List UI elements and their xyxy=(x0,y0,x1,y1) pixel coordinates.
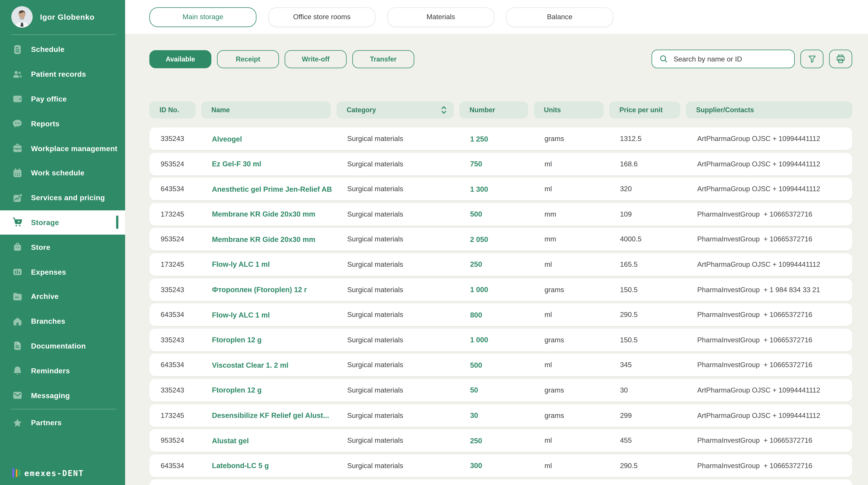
row-number: 500 xyxy=(459,210,534,218)
table-row[interactable]: 173245 Membrane KR Gide 20x30 mm Surgica… xyxy=(149,203,852,225)
row-category: Surgical materials xyxy=(337,235,459,243)
row-name[interactable]: Ftoroplen 12 g xyxy=(201,386,337,394)
sidebar-item-label: Storage xyxy=(31,218,59,227)
row-number: 1 000 xyxy=(459,336,534,344)
row-category: Surgical materials xyxy=(337,336,459,344)
sidebar-item-reminders[interactable]: Reminders xyxy=(0,358,125,383)
row-number: 500 xyxy=(459,361,534,369)
table-row[interactable]: 335243 Ftoroplen 12 g Surgical materials… xyxy=(149,329,852,351)
sidebar-item-pay-office[interactable]: Pay office xyxy=(0,87,125,111)
row-name[interactable]: Alustat gel xyxy=(201,436,337,445)
sidebar-item-partners[interactable]: Partners xyxy=(0,411,125,435)
table-row[interactable]: 953524 Membrane KR Gide 20x30 mm Surgica… xyxy=(149,228,852,250)
row-name[interactable]: Anesthetic gel Prime Jen-Relief AB xyxy=(201,185,337,193)
table-row[interactable]: 335243 Ftoroplen 12 g Surgical materials… xyxy=(149,379,852,401)
reports-icon xyxy=(12,118,23,129)
table-row[interactable]: 643534 Latebond-LC 5 g Surgical material… xyxy=(149,454,852,477)
table-row[interactable]: 173245 Desensibilize KF Relief gel Alust… xyxy=(149,404,852,427)
column-header-category[interactable]: Category xyxy=(337,101,454,118)
row-name[interactable]: Desensibilize KF Relief gel Alust... xyxy=(201,411,337,420)
sidebar-item-label: Services and pricing xyxy=(31,193,105,202)
row-id: 173245 xyxy=(149,412,201,419)
table-row[interactable]: 335243 Alveogel Surgical materials 1 250… xyxy=(149,127,852,150)
tab-main-storage[interactable]: Main storage xyxy=(149,7,256,27)
row-id: 643534 xyxy=(149,462,201,469)
row-name[interactable]: Membrane KR Gide 20x30 mm xyxy=(201,235,337,244)
filter-receipt-button[interactable]: Receipt xyxy=(217,50,279,68)
sidebar-divider xyxy=(11,409,116,410)
row-price: 320 xyxy=(609,185,686,193)
sidebar: Igor Globenko Schedule Patient records P… xyxy=(0,0,125,485)
row-units: ml xyxy=(534,436,609,445)
table-row[interactable]: 953524 Alustat gel Surgical materials 25… xyxy=(149,429,852,452)
sidebar-item-label: Expenses xyxy=(31,268,66,276)
column-header-name[interactable]: Name xyxy=(201,101,331,118)
sidebar-item-store[interactable]: Store xyxy=(0,235,125,260)
filter-transfer-button[interactable]: Transfer xyxy=(352,50,414,68)
column-header-price[interactable]: Price per unit xyxy=(609,101,680,118)
row-name[interactable]: Membrane KR Gide 20x30 mm xyxy=(201,210,337,218)
documentation-icon xyxy=(12,340,23,352)
filter-write-off-button[interactable]: Write-off xyxy=(285,50,347,68)
row-name[interactable]: Фтороплен (Ftoroplen) 12 г xyxy=(201,285,337,294)
sidebar-item-workplace-management[interactable]: Workplace management xyxy=(0,136,125,161)
row-name[interactable]: Alveogel xyxy=(201,134,337,143)
tab-office-store-rooms[interactable]: Office store rooms xyxy=(268,7,375,27)
tab-balance[interactable]: Balance xyxy=(506,7,613,27)
sidebar-item-branches[interactable]: Branches xyxy=(0,309,125,333)
column-header-units[interactable]: Units xyxy=(534,101,603,118)
row-supplier: ArtPharmaGroup OJSC + 10994441112 xyxy=(686,135,852,143)
row-id: 173245 xyxy=(149,261,201,268)
table-row[interactable]: 643534 Anesthetic gel Prime Jen-Relief A… xyxy=(149,178,852,201)
filter-funnel-button[interactable] xyxy=(800,50,824,68)
avatar xyxy=(11,6,33,28)
sidebar-item-messaging[interactable]: Messaging xyxy=(0,383,125,407)
row-supplier: PharmaInvestGroup + 10665372716 xyxy=(686,462,852,469)
table-row-partial[interactable] xyxy=(149,480,852,485)
sidebar-item-reports[interactable]: Reports xyxy=(0,111,125,136)
row-name[interactable]: Ez Gel-F 30 ml xyxy=(201,160,337,168)
filter-available-button[interactable]: Available xyxy=(149,50,211,68)
sidebar-item-archive[interactable]: Archive xyxy=(0,284,125,309)
row-id: 335243 xyxy=(149,135,201,143)
row-units: ml xyxy=(534,361,609,369)
table-row[interactable]: 335243 Фтороплен (Ftoroplen) 12 г Surgic… xyxy=(149,278,852,301)
sidebar-item-services-and-pricing[interactable]: Services and pricing xyxy=(0,185,125,210)
tab-materials[interactable]: Materials xyxy=(387,7,494,27)
table-row[interactable]: 643534 Flow-ly ALC 1 ml Surgical materia… xyxy=(149,303,852,326)
search-box[interactable] xyxy=(652,50,795,68)
search-input[interactable] xyxy=(674,55,786,63)
row-units: ml xyxy=(534,261,609,268)
table-row[interactable]: 953524 Ez Gel-F 30 ml Surgical materials… xyxy=(149,153,852,175)
row-name[interactable]: Flow-ly ALC 1 ml xyxy=(201,260,337,269)
row-category: Surgical materials xyxy=(337,436,459,445)
row-name[interactable]: Ftoroplen 12 g xyxy=(201,336,337,344)
sidebar-item-schedule[interactable]: Schedule xyxy=(0,37,125,62)
column-header-supplier[interactable]: Supplier/Contacts xyxy=(686,101,852,118)
row-number: 800 xyxy=(459,310,534,319)
sidebar-item-work-schedule[interactable]: Work schedule xyxy=(0,161,125,185)
sidebar-item-label: Archive xyxy=(31,292,59,301)
column-header-number[interactable]: Number xyxy=(459,101,528,118)
row-price: 455 xyxy=(609,436,686,445)
row-units: ml xyxy=(534,311,609,319)
row-id: 643534 xyxy=(149,185,201,193)
print-button[interactable] xyxy=(829,50,852,68)
sidebar-item-documentation[interactable]: Documentation xyxy=(0,334,125,358)
row-units: ml xyxy=(534,185,609,193)
row-id: 953524 xyxy=(149,436,201,445)
row-name[interactable]: Flow-ly ALC 1 ml xyxy=(201,310,337,319)
row-category: Surgical materials xyxy=(337,210,459,218)
row-name[interactable]: Latebond-LC 5 g xyxy=(201,461,337,470)
user-profile[interactable]: Igor Globenko xyxy=(0,0,125,34)
table-row[interactable]: 173245 Flow-ly ALC 1 ml Surgical materia… xyxy=(149,253,852,276)
row-category: Surgical materials xyxy=(337,386,459,394)
sort-icon[interactable] xyxy=(441,106,446,114)
table-row[interactable]: 643534 Viscostat Clear 1. 2 ml Surgical … xyxy=(149,354,852,376)
sidebar-item-expenses[interactable]: Expenses xyxy=(0,260,125,284)
row-name[interactable]: Viscostat Clear 1. 2 ml xyxy=(201,361,337,369)
sidebar-item-storage[interactable]: Storage xyxy=(0,210,125,235)
column-header-id[interactable]: ID No. xyxy=(149,101,195,118)
sidebar-item-patient-records[interactable]: Patient records xyxy=(0,62,125,87)
workplace-management-icon xyxy=(12,143,23,154)
